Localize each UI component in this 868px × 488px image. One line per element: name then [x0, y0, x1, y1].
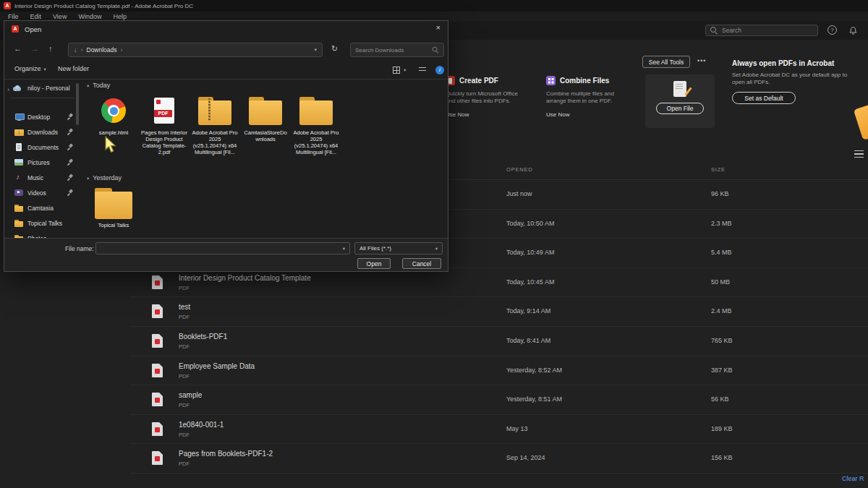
see-all-tools-button[interactable]: See All Tools [642, 56, 690, 68]
back-icon[interactable] [14, 44, 22, 53]
tool-icon [546, 76, 556, 85]
file-tile-name: sample.html [99, 129, 128, 136]
sidebar-item-onedrive[interactable]: niloy - Personal [7, 82, 77, 95]
file-name-input[interactable] [101, 245, 332, 252]
tool-description: Quickly turn Microsoft Office and other … [446, 90, 527, 105]
file-opened: Today, 9:14 AM [506, 307, 550, 314]
more-options-icon[interactable] [697, 57, 706, 64]
table-row[interactable]: Booklets-PDF1 PDF Today, 8:41 AM 765 KB [0, 327, 868, 356]
file-type: PDF [179, 432, 224, 438]
sidebar-item[interactable]: Camtasia [4, 200, 78, 215]
file-name: Booklets-PDF1 [179, 333, 227, 341]
dialog-navigation: Downloads [4, 40, 448, 60]
file-tile[interactable]: CamtasiaStoreDownloads [242, 93, 289, 155]
menu-item[interactable]: Edit [25, 13, 47, 20]
file-opened: Today, 10:50 AM [506, 220, 554, 227]
onedrive-icon [12, 84, 22, 93]
organize-button[interactable]: Organize [14, 65, 46, 72]
sidebar-item[interactable]: Videos [4, 185, 78, 200]
cancel-button[interactable]: Cancel [402, 258, 441, 269]
address-bar[interactable]: Downloads [68, 43, 323, 57]
pdf-file-icon [152, 334, 163, 348]
forward-icon[interactable] [31, 44, 39, 53]
address-dropdown-icon[interactable] [314, 47, 317, 53]
table-row[interactable]: sample PDF Yesterday, 8:51 AM 56 KB [0, 385, 868, 415]
up-icon[interactable] [48, 44, 53, 53]
table-row[interactable]: Interior Design Product Catalog Template… [0, 268, 868, 298]
file-tile[interactable]: Adobe Acrobat Pro 2025 (v25.1.20474) x64… [191, 93, 239, 155]
column-header-opened[interactable]: OPENED [506, 166, 532, 173]
group-header-today[interactable]: Today [87, 82, 110, 89]
chevron-down-icon[interactable] [343, 246, 345, 252]
tool-description: Combine multiple files and arrange them … [546, 90, 627, 105]
sidebar-item[interactable]: Music [4, 170, 78, 185]
sidebar-item[interactable]: Desktop [4, 109, 78, 124]
document-pencil-icon [673, 81, 686, 97]
table-row[interactable]: 1e0840-001-1 PDF May 13 189 KB [0, 415, 868, 445]
use-now-link[interactable]: Use Now [446, 111, 527, 118]
clear-recent-link[interactable]: Clear R [842, 475, 864, 482]
file-tile-name: Pages from Interior Design Product Catal… [141, 129, 187, 155]
file-tile[interactable]: Adobe Acrobat Pro 2025 (v25.1.20474) x64… [292, 93, 340, 155]
tool-card[interactable]: Combine Files Combine multiple files and… [546, 76, 627, 118]
window-title: Interior Design Product Catalog Template… [14, 3, 193, 9]
sidebar-item[interactable]: Documents [4, 140, 78, 155]
menu-item[interactable]: File [3, 13, 24, 20]
notifications-icon[interactable] [848, 25, 858, 38]
file-size: 387 KB [711, 367, 733, 374]
close-icon[interactable] [436, 23, 441, 32]
mouse-cursor [104, 136, 119, 155]
sidebar-item[interactable]: Pictures [4, 155, 78, 170]
table-row[interactable]: Employee Sample Data PDF Yesterday, 8:52… [0, 356, 868, 386]
new-folder-button[interactable]: New folder [58, 65, 89, 72]
sidebar-item[interactable]: Topical Talks [4, 215, 78, 231]
file-tile-name: Topical Talks [98, 222, 129, 228]
file-name: test [179, 303, 190, 311]
dialog-sidebar: niloy - Personal Desktop Downloads [4, 80, 78, 239]
dialog-search-box[interactable] [350, 43, 444, 57]
open-button[interactable]: Open [357, 258, 391, 269]
column-header-size[interactable]: SIZE [711, 166, 726, 173]
menu-item[interactable]: View [48, 13, 72, 20]
group-header-yesterday[interactable]: Yesterday [87, 174, 122, 181]
icon-view-toggle[interactable] [392, 66, 401, 74]
file-name-combobox[interactable] [95, 242, 350, 254]
details-view-toggle[interactable] [418, 66, 427, 74]
file-type: PDF [179, 343, 227, 350]
info-icon[interactable] [435, 66, 444, 74]
sidebar-scrollbar[interactable] [76, 80, 79, 239]
file-opened: Yesterday, 8:51 AM [506, 395, 562, 403]
acrobat-search-input[interactable] [722, 27, 801, 34]
toolbar-divider [4, 79, 448, 80]
pin-icon [67, 159, 74, 166]
open-dialog: Open Downloads Organize [4, 20, 448, 272]
expand-chevron-icon[interactable] [7, 82, 9, 95]
file-tile[interactable]: Topical Talks [90, 186, 137, 228]
help-icon[interactable] [827, 25, 837, 35]
search-icon [710, 27, 718, 34]
sidebar-item-icon [14, 128, 24, 137]
file-tile[interactable]: Pages from Interior Design Product Catal… [140, 93, 188, 155]
use-now-link[interactable]: Use Now [546, 111, 627, 118]
sidebar-item[interactable]: Downloads [4, 124, 78, 140]
open-file-button[interactable]: Open File [656, 103, 704, 114]
pin-icon [67, 114, 74, 120]
file-size: 56 KB [711, 395, 729, 403]
view-dropdown-icon[interactable] [404, 67, 406, 73]
file-type-select[interactable]: All Files (*.*) [354, 242, 443, 254]
acrobat-search-box[interactable] [705, 25, 818, 36]
list-view-icon[interactable] [854, 150, 864, 158]
menu-item[interactable]: Window [73, 13, 106, 20]
dialog-titlebar[interactable]: Open [4, 21, 448, 37]
set-as-default-button[interactable]: Set as Default [732, 92, 796, 104]
refresh-icon[interactable] [331, 44, 338, 53]
file-tile-name: CamtasiaStoreDownloads [242, 129, 289, 142]
menu-item[interactable]: Help [108, 13, 132, 20]
table-row[interactable]: Pages from Booklets-PDF1-2 PDF Sep 14, 2… [0, 444, 868, 474]
breadcrumb-chevron-icon [121, 46, 123, 53]
breadcrumb-downloads[interactable]: Downloads [87, 46, 117, 53]
dialog-search-input[interactable] [355, 47, 427, 53]
table-row[interactable]: test PDF Today, 9:14 AM 2.4 MB [0, 297, 868, 327]
file-type: PDF [179, 285, 311, 291]
tool-card[interactable]: Create PDF Quickly turn Microsoft Office… [446, 76, 527, 118]
